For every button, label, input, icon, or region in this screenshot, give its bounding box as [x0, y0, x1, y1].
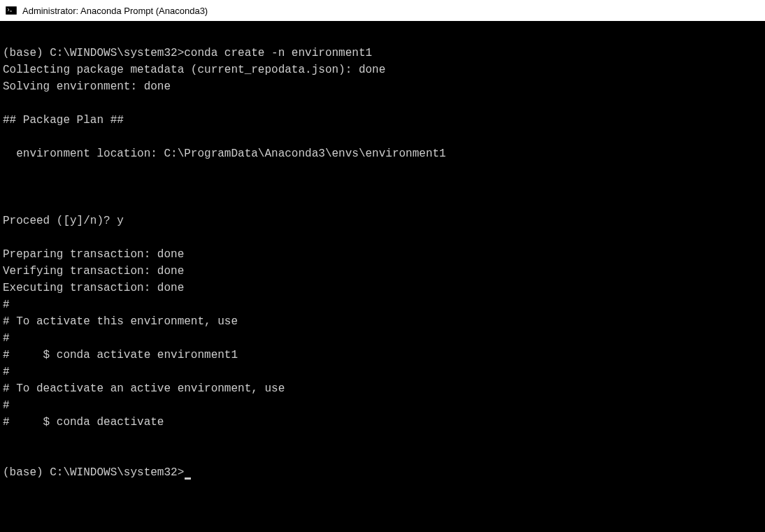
- terminal-line: # $ conda activate environment1: [3, 347, 762, 364]
- window-title: Administrator: Anaconda Prompt (Anaconda…: [22, 6, 208, 16]
- terminal-output[interactable]: (base) C:\WINDOWS\system32>conda create …: [0, 21, 765, 532]
- cursor: [185, 477, 191, 480]
- terminal-line: (base) C:\WINDOWS\system32>conda create …: [3, 45, 762, 62]
- terminal-line: [3, 162, 762, 179]
- terminal-line: [3, 229, 762, 246]
- terminal-line: Verifying transaction: done: [3, 263, 762, 280]
- terminal-line: # To deactivate an active environment, u…: [3, 380, 762, 397]
- terminal-line: Preparing transaction: done: [3, 246, 762, 263]
- terminal-icon: [6, 5, 17, 16]
- terminal-line: #: [3, 330, 762, 347]
- terminal-line: #: [3, 397, 762, 414]
- window-title-bar: Administrator: Anaconda Prompt (Anaconda…: [0, 0, 765, 21]
- terminal-line: #: [3, 296, 762, 313]
- terminal-line: Executing transaction: done: [3, 280, 762, 296]
- terminal-line: [3, 28, 762, 45]
- terminal-line: [3, 196, 762, 213]
- terminal-line: environment location: C:\ProgramData\Ana…: [3, 145, 762, 162]
- terminal-line: [3, 95, 762, 112]
- terminal-line: # $ conda deactivate: [3, 414, 762, 431]
- terminal-line: # To activate this environment, use: [3, 313, 762, 330]
- terminal-line: (base) C:\WINDOWS\system32>: [3, 464, 762, 481]
- terminal-line: Collecting package metadata (current_rep…: [3, 62, 762, 78]
- terminal-line: [3, 129, 762, 145]
- terminal-line: [3, 179, 762, 196]
- terminal-line: [3, 447, 762, 464]
- terminal-line: Proceed ([y]/n)? y: [3, 213, 762, 229]
- terminal-line: ## Package Plan ##: [3, 112, 762, 129]
- terminal-content: (base) C:\WINDOWS\system32>conda create …: [3, 28, 762, 481]
- terminal-line: #: [3, 364, 762, 380]
- terminal-line: Solving environment: done: [3, 78, 762, 95]
- svg-rect-1: [6, 7, 16, 14]
- terminal-line: [3, 431, 762, 447]
